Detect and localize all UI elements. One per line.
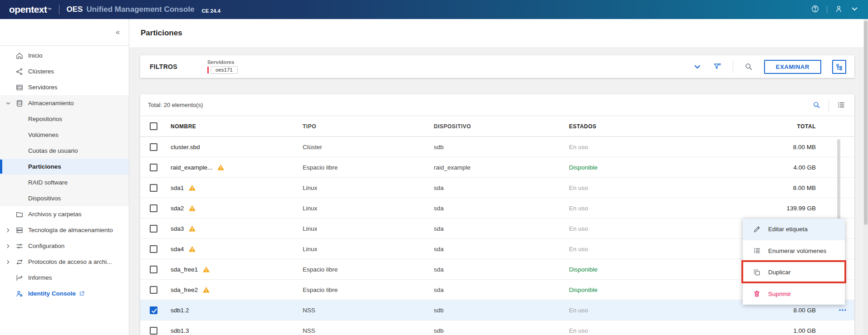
row-checkbox[interactable] — [150, 306, 157, 314]
table-row-sdb1-3[interactable]: sdb1.3NSSsdbEn uso1.00 GB — [140, 320, 854, 335]
filter-group-label: Servidores — [207, 59, 238, 65]
filters-label: FILTROS — [150, 63, 177, 70]
cell-dispositivo: sda — [434, 178, 444, 198]
cell-estado: En uso — [569, 320, 588, 335]
sidebar-item-tecnolog-a-de-almacenamiento[interactable]: Tecnología de almacenamiento — [0, 222, 129, 238]
column-header-tipo[interactable]: TIPO — [303, 116, 316, 136]
cell-nombre: sda_free2 — [171, 280, 210, 300]
sidebar-item-label: Clústeres — [28, 68, 54, 75]
row-checkbox[interactable] — [150, 164, 157, 171]
sidebar-item-informes[interactable]: Informes — [0, 270, 129, 286]
page-title: Particiones — [141, 29, 182, 38]
filters-chevron-down-icon[interactable] — [693, 62, 702, 71]
sidebar-item-label: Tecnología de almacenamiento — [28, 227, 113, 233]
sidebar-item-cl-steres[interactable]: Clústeres — [0, 63, 129, 79]
menu-item-enumerar-vol-menes[interactable]: Enumerar volúmenes — [743, 240, 845, 262]
column-header-nombre[interactable]: NOMBRE — [171, 116, 196, 136]
sidebar-item-label: Identity Console — [28, 290, 76, 297]
column-header-dispositivo[interactable]: DISPOSITIVO — [434, 116, 471, 136]
cell-total: 1.00 GB — [793, 320, 816, 335]
sidebar-item-servidores[interactable]: Servidores — [0, 79, 129, 95]
menu-item-editar-etiqueta[interactable]: Editar etiqueta — [743, 218, 845, 240]
sidebar-item-label: Servidores — [28, 84, 58, 91]
tree-view-button[interactable] — [832, 60, 846, 74]
cell-nombre: cluster.sbd — [171, 137, 200, 157]
account-chevron-down-icon[interactable] — [850, 5, 859, 15]
table-row-sda1[interactable]: sda1LinuxsdaEn uso8.00 MB — [140, 178, 854, 198]
chevron-down-icon — [5, 101, 15, 106]
row-checkbox[interactable] — [150, 245, 157, 253]
row-checkbox[interactable] — [150, 327, 157, 335]
listmenu-icon — [753, 247, 768, 255]
copy-icon — [753, 268, 768, 277]
table-row-cluster-sbd[interactable]: cluster.sbdClústersdbEn uso8.00 MB — [140, 137, 854, 157]
sidebar-item-label: Protocolos de acceso a archi... — [28, 258, 112, 265]
product-name: OES — [67, 5, 83, 14]
trash-icon — [753, 290, 768, 298]
column-header-estados[interactable]: ESTADOS — [569, 116, 597, 136]
cell-tipo: Espacio libre — [303, 259, 338, 279]
cell-tipo: Espacio libre — [303, 280, 338, 300]
row-checkbox[interactable] — [150, 184, 157, 192]
product-subtitle: Unified Management Console — [86, 5, 194, 14]
warning-icon — [188, 184, 196, 192]
sidebar-item-identity-console[interactable]: Identity Console — [0, 286, 129, 301]
cell-tipo: Clúster — [303, 137, 322, 157]
table-row-raid-example[interactable]: raid_example...Espacio libreraid_example… — [140, 157, 854, 178]
cell-total: 8.00 MB — [793, 137, 816, 157]
app-root: opentext™ OES Unified Management Console… — [0, 0, 868, 335]
folder-icon — [15, 210, 28, 218]
sidebar-item-archivos-y-carpetas[interactable]: Archivos y carpetas — [0, 206, 129, 222]
row-context-menu: Editar etiquetaEnumerar volúmenesDuplica… — [743, 218, 845, 305]
table-row-sda2[interactable]: sda2LinuxsdaEn uso139.99 GB — [140, 198, 854, 218]
select-all-checkbox[interactable] — [150, 122, 157, 130]
sidebar-item-protocolos-de-acceso-a-archi[interactable]: Protocolos de acceso a archi... — [0, 254, 129, 270]
cell-nombre: sdb1.2 — [171, 300, 189, 320]
column-header-total[interactable]: TOTAL — [797, 116, 816, 136]
user-icon[interactable] — [834, 5, 843, 15]
warning-icon — [188, 204, 196, 212]
cell-estado: Disponible — [569, 157, 598, 177]
sidebar-item-configuration[interactable]: Configuration — [0, 238, 129, 254]
filter-search-icon[interactable] — [744, 62, 753, 71]
server-filter-chip[interactable]: oes171 — [211, 66, 238, 74]
warning-icon — [188, 245, 196, 253]
cell-total: 139.99 GB — [786, 198, 816, 218]
sidebar-collapse-button[interactable]: « — [113, 27, 123, 37]
cell-dispositivo: sdb — [434, 320, 444, 335]
cell-estado: En uso — [569, 198, 588, 218]
cell-estado: En uso — [569, 137, 588, 157]
cell-nombre: sda3 — [171, 218, 196, 238]
cell-nombre: sda_free1 — [171, 259, 210, 279]
cell-dispositivo: sda — [434, 218, 444, 238]
clear-filter-icon[interactable] — [713, 62, 722, 71]
sidebar-item-vol-menes[interactable]: Volúmenes — [0, 127, 129, 143]
table-search-icon[interactable] — [812, 101, 821, 109]
sidebar-item-particiones[interactable]: Particiones — [0, 159, 129, 175]
row-checkbox[interactable] — [150, 266, 157, 273]
cell-dispositivo: raid_example — [434, 157, 471, 177]
row-checkbox[interactable] — [150, 143, 157, 151]
table-tools — [812, 99, 854, 111]
menu-item-suprimir[interactable]: Suprimir — [743, 283, 845, 305]
page-scrollbar[interactable] — [863, 19, 868, 335]
app-header: opentext™ OES Unified Management Console… — [0, 0, 868, 19]
sidebar-item-almacenamiento[interactable]: Almacenamiento — [0, 95, 129, 111]
sidebar-item-cuotas-de-usuario[interactable]: Cuotas de usuario — [0, 143, 129, 159]
sidebar-item-raid-software[interactable]: RAID software — [0, 175, 129, 190]
row-more-options-icon[interactable] — [838, 306, 847, 315]
list-view-icon[interactable] — [837, 101, 845, 109]
filter-group-servers: Servidores oes171 — [207, 59, 238, 74]
help-icon[interactable] — [811, 5, 819, 15]
menu-item-label: Duplicar — [768, 269, 791, 276]
sidebar-item-dispositivos[interactable]: Dispositivos — [0, 190, 129, 206]
row-checkbox[interactable] — [150, 204, 157, 212]
page-scrollbar-thumb[interactable] — [864, 21, 868, 225]
examinar-button[interactable]: EXAMINAR — [764, 60, 821, 74]
cell-dispositivo: sdb — [434, 300, 444, 320]
sidebar-item-inicio[interactable]: Inicio — [0, 48, 129, 63]
sidebar-item-repositorios[interactable]: Repositorios — [0, 111, 129, 127]
row-checkbox[interactable] — [150, 225, 157, 233]
row-checkbox[interactable] — [150, 286, 157, 294]
menu-item-duplicar[interactable]: Duplicar — [743, 262, 845, 283]
